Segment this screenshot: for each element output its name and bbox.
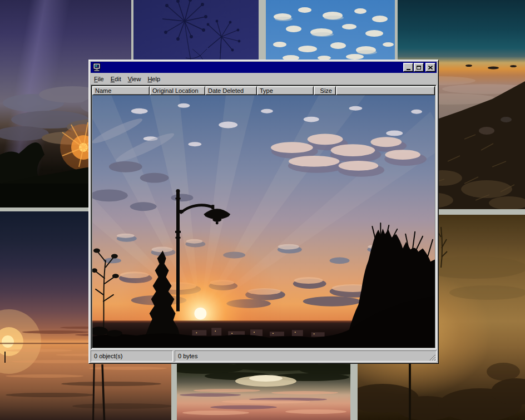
minimize-button[interactable] [403, 63, 413, 72]
desktop-photo-collage: File Edit View Help Name Original Locati… [0, 0, 525, 420]
menu-bar: File Edit View Help [91, 73, 437, 84]
resize-grip[interactable] [428, 353, 435, 360]
menu-view[interactable]: View [125, 75, 145, 83]
column-header-row: Name Original Location Date Deleted Type… [92, 86, 435, 95]
column-header-original-location[interactable]: Original Location [150, 86, 205, 95]
menu-help[interactable]: Help [144, 75, 164, 83]
column-header-filler [336, 86, 435, 95]
close-button[interactable] [425, 63, 435, 72]
menu-file[interactable]: File [91, 75, 107, 83]
column-header-size[interactable]: Size [314, 86, 336, 95]
status-object-count: 0 object(s) [91, 350, 173, 362]
minimize-icon [407, 69, 410, 70]
maximize-icon [417, 66, 421, 70]
computer-icon[interactable] [92, 63, 101, 72]
recycle-bin-window: File Edit View Help Name Original Locati… [88, 60, 439, 364]
maximize-button[interactable] [414, 63, 424, 72]
close-icon [428, 66, 433, 70]
menu-edit[interactable]: Edit [107, 75, 125, 83]
column-header-type[interactable]: Type [257, 86, 314, 95]
status-bar: 0 object(s) 0 bytes [91, 350, 437, 362]
column-header-name[interactable]: Name [92, 86, 150, 95]
file-list-area[interactable]: Name Original Location Date Deleted Type… [91, 85, 437, 349]
client-area-sunset-photo[interactable] [92, 95, 435, 348]
status-byte-count: 0 bytes [175, 350, 437, 362]
column-header-date-deleted[interactable]: Date Deleted [205, 86, 257, 95]
window-titlebar[interactable] [91, 62, 437, 73]
